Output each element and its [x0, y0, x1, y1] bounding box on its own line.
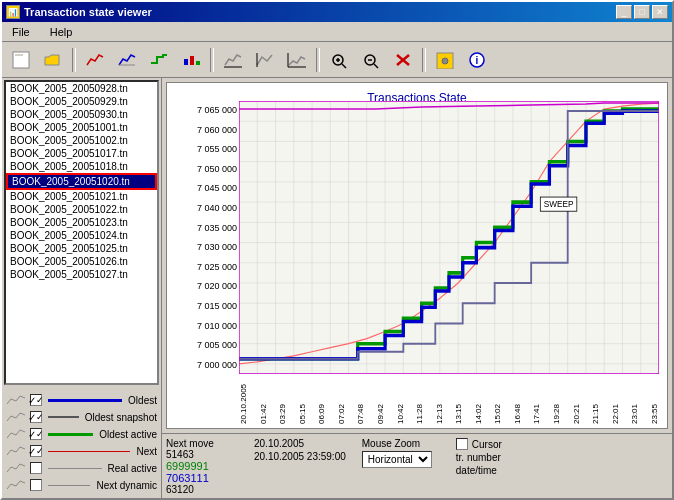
next-move-num: 51463: [166, 449, 246, 460]
val3: 63120: [166, 484, 246, 495]
y-label-1: 7 060 000: [197, 125, 237, 135]
y-label-10: 7 015 000: [197, 301, 237, 311]
legend-item-dynamic: Next dynamic: [6, 477, 157, 493]
x-label-15: 17:41: [532, 374, 541, 424]
toolbar-chart5-button[interactable]: [218, 46, 248, 74]
file-item-6[interactable]: BOOK_2005_20051018.tn: [6, 160, 157, 173]
file-item-10[interactable]: BOOK_2005_20051023.tn: [6, 216, 157, 229]
legend-cb-next[interactable]: ✓: [30, 445, 42, 457]
toolbar-separator-4: [422, 48, 426, 72]
legend-cb-active[interactable]: ✓: [30, 428, 42, 440]
legend-label-active: Oldest active: [99, 429, 157, 440]
mouse-zoom-label: Mouse Zoom: [362, 438, 432, 449]
svg-rect-3: [184, 59, 188, 65]
y-label-0: 7 065 000: [197, 105, 237, 115]
file-item-2[interactable]: BOOK_2005_20050930.tn: [6, 108, 157, 121]
legend-label-real: Real active: [108, 463, 157, 474]
bottom-next-move: Next move 51463 6999991 7063111 63120: [166, 438, 246, 495]
val1: 6999991: [166, 460, 246, 472]
file-item-0[interactable]: BOOK_2005_20050928.tn: [6, 82, 157, 95]
menu-bar: File Help: [2, 22, 672, 42]
toolbar-chart4-button[interactable]: [176, 46, 206, 74]
svg-text:i: i: [476, 55, 479, 66]
x-axis-labels: 20.10.2005 01:42 03:29 05:15 06:09 07:02…: [239, 374, 659, 424]
file-item-11[interactable]: BOOK_2005_20051024.tn: [6, 229, 157, 242]
x-label-10: 12:13: [435, 374, 444, 424]
file-item-8[interactable]: BOOK_2005_20051021.tn: [6, 190, 157, 203]
y-label-3: 7 050 000: [197, 164, 237, 174]
legend-icon-dynamic: [6, 478, 26, 492]
x-label-13: 15:02: [493, 374, 502, 424]
x-label-16: 19:28: [552, 374, 561, 424]
legend-label-oldest: Oldest: [128, 395, 157, 406]
legend-label-dynamic: Next dynamic: [96, 480, 157, 491]
tr-number-label: tr. number: [456, 452, 501, 463]
legend-line-dynamic: [48, 485, 90, 486]
toolbar-chart2-button[interactable]: [112, 46, 142, 74]
chart-svg: SWEEP: [239, 101, 659, 374]
maximize-button[interactable]: □: [634, 5, 650, 19]
toolbar: i: [2, 42, 672, 78]
toolbar-separator-1: [72, 48, 76, 72]
file-item-14[interactable]: BOOK_2005_20051027.tn: [6, 268, 157, 281]
toolbar-zoom-out-button[interactable]: [356, 46, 386, 74]
sweep-text: SWEEP: [544, 199, 574, 209]
toolbar-chart3-button[interactable]: [144, 46, 174, 74]
legend-line-snapshot: [48, 416, 79, 418]
file-item-7[interactable]: BOOK_2005_20051020.tn: [6, 173, 157, 190]
legend-cb-dynamic[interactable]: [30, 479, 42, 491]
x-label-1: 01:42: [259, 374, 268, 424]
y-axis: 7 065 000 7 060 000 7 055 000 7 050 000 …: [169, 105, 237, 370]
legend-label-snapshot: Oldest snapshot: [85, 412, 157, 423]
date-time-label-row: date/time: [456, 465, 502, 476]
legend-cb-real[interactable]: [30, 462, 42, 474]
toolbar-open-button[interactable]: [38, 46, 68, 74]
toolbar-new-button[interactable]: [6, 46, 36, 74]
file-item-13[interactable]: BOOK_2005_20051026.tn: [6, 255, 157, 268]
val2: 7063111: [166, 472, 246, 484]
legend-line-oldest: [48, 399, 122, 402]
x-label-0: 20.10.2005: [239, 374, 248, 424]
x-label-3: 05:15: [298, 374, 307, 424]
legend-icon-real: [6, 461, 26, 475]
toolbar-delete-button[interactable]: [388, 46, 418, 74]
close-button[interactable]: ✕: [652, 5, 668, 19]
legend-line-active: [48, 433, 93, 436]
left-panel: BOOK_2005_20050928.tn BOOK_2005_20050929…: [2, 78, 162, 498]
title-bar-left: 📊 Transaction state viewer: [6, 5, 152, 19]
cursor-checkbox[interactable]: [456, 438, 468, 450]
legend-cb-snapshot[interactable]: ✓: [30, 411, 42, 423]
toolbar-chart7-button[interactable]: [282, 46, 312, 74]
file-item-3[interactable]: BOOK_2005_20051001.tn: [6, 121, 157, 134]
x-label-20: 23:01: [630, 374, 639, 424]
file-item-5[interactable]: BOOK_2005_20051017.tn: [6, 147, 157, 160]
file-item-12[interactable]: BOOK_2005_20051025.tn: [6, 242, 157, 255]
svg-rect-1: [15, 54, 23, 56]
file-list[interactable]: BOOK_2005_20050928.tn BOOK_2005_20050929…: [4, 80, 159, 385]
x-label-5: 07:02: [337, 374, 346, 424]
minimize-button[interactable]: _: [616, 5, 632, 19]
svg-rect-4: [190, 56, 194, 65]
next-move-label: Next move: [166, 438, 246, 449]
toolbar-chart6-button[interactable]: [250, 46, 280, 74]
legend-item-oldest: ✓ Oldest: [6, 392, 157, 408]
main-window: 📊 Transaction state viewer _ □ ✕ File He…: [0, 0, 674, 500]
legend-label-next: Next: [136, 446, 157, 457]
legend-item-active: ✓ Oldest active: [6, 426, 157, 442]
toolbar-info-button[interactable]: i: [462, 46, 492, 74]
toolbar-separator-2: [210, 48, 214, 72]
menu-help[interactable]: Help: [44, 25, 79, 39]
bottom-panel: Next move 51463 6999991 7063111 63120 20…: [162, 433, 672, 498]
x-label-14: 16:48: [513, 374, 522, 424]
file-item-4[interactable]: BOOK_2005_20051002.tn: [6, 134, 157, 147]
date2: 20.10.2005 23:59:00: [254, 451, 346, 462]
toolbar-zoom-in-button[interactable]: [324, 46, 354, 74]
zoom-select[interactable]: Horizontal Vertical Both: [362, 451, 432, 468]
menu-file[interactable]: File: [6, 25, 36, 39]
legend-cb-oldest[interactable]: ✓: [30, 394, 42, 406]
toolbar-chart1-button[interactable]: [80, 46, 110, 74]
file-item-1[interactable]: BOOK_2005_20050929.tn: [6, 95, 157, 108]
chart-container[interactable]: Transactions State 7 065 000 7 060 000 7…: [166, 82, 668, 429]
toolbar-save-button[interactable]: [430, 46, 460, 74]
file-item-9[interactable]: BOOK_2005_20051022.tn: [6, 203, 157, 216]
